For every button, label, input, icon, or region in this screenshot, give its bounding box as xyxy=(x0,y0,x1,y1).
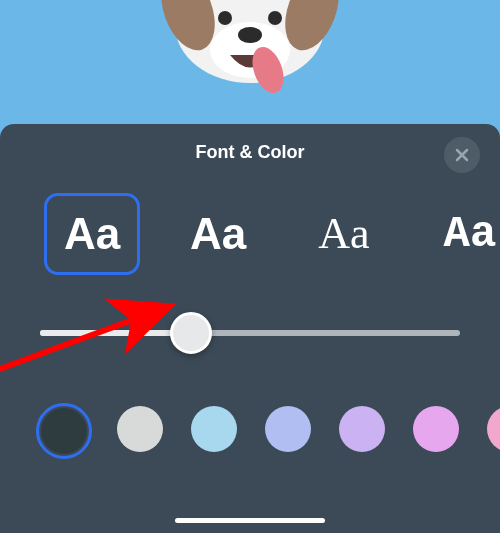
close-icon xyxy=(454,147,470,163)
slider-thumb[interactable] xyxy=(170,312,212,354)
panel-title: Font & Color xyxy=(196,142,305,163)
color-swatch xyxy=(191,406,237,452)
font-color-panel: Font & Color Aa Aa Aa Aa xyxy=(0,124,500,533)
color-option-2[interactable] xyxy=(188,403,240,455)
font-option-rounded[interactable]: Aa xyxy=(170,193,266,275)
color-option-5[interactable] xyxy=(410,403,462,455)
svg-point-6 xyxy=(218,11,232,25)
font-glyph: Aa xyxy=(64,212,120,256)
avatar-memoji xyxy=(140,0,360,120)
color-option-1[interactable] xyxy=(114,403,166,455)
panel-header: Font & Color xyxy=(0,142,500,163)
font-option-slab[interactable]: Aa xyxy=(422,193,500,275)
font-glyph: Aa xyxy=(444,212,497,256)
color-option-0[interactable] xyxy=(36,403,92,459)
font-glyph: Aa xyxy=(318,212,369,256)
home-indicator[interactable] xyxy=(175,518,325,523)
color-option-3[interactable] xyxy=(262,403,314,455)
svg-point-7 xyxy=(268,11,282,25)
color-option-6[interactable] xyxy=(484,403,500,455)
size-slider[interactable] xyxy=(40,313,460,353)
font-option-serif[interactable]: Aa xyxy=(296,193,392,275)
color-swatch xyxy=(41,408,87,454)
svg-point-4 xyxy=(238,27,262,43)
color-swatch xyxy=(265,406,311,452)
color-option-4[interactable] xyxy=(336,403,388,455)
font-options-row: Aa Aa Aa Aa xyxy=(0,193,500,275)
font-glyph: Aa xyxy=(190,212,246,256)
color-swatch xyxy=(339,406,385,452)
color-options-row xyxy=(0,403,500,459)
close-button[interactable] xyxy=(444,137,480,173)
color-swatch xyxy=(413,406,459,452)
font-option-sans[interactable]: Aa xyxy=(44,193,140,275)
slider-fill xyxy=(40,330,191,336)
color-swatch xyxy=(117,406,163,452)
color-swatch xyxy=(487,406,500,452)
